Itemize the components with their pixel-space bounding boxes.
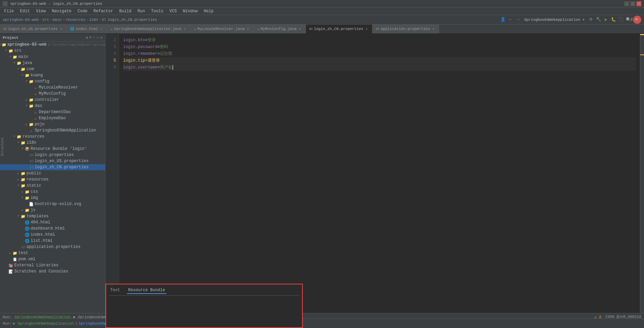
tree-item-js[interactable]: ▶📁js bbox=[0, 207, 105, 213]
tree-item-bootstrap-solid.svg[interactable]: 📄bootstrap-solid.svg bbox=[0, 201, 105, 207]
tab-Springboo03WebApplication[interactable]: ☕Springboo03WebApplication.java✕ bbox=[107, 25, 191, 33]
menu-item-build[interactable]: Build bbox=[116, 8, 134, 14]
tree-icon-img: 📁 bbox=[24, 195, 30, 201]
tab-close-application[interactable]: ✕ bbox=[431, 27, 435, 31]
menu-item-code[interactable]: Code bbox=[75, 8, 90, 14]
breadcrumb-main[interactable]: main bbox=[53, 18, 62, 22]
menu-item-window[interactable]: Window bbox=[180, 8, 200, 14]
tree-item-Springboo03WebApplication[interactable]: ☕Springboo03WebApplication bbox=[0, 127, 105, 134]
tab-icon-login_en_US: 🏷 bbox=[3, 27, 7, 31]
sidebar-settings-icon[interactable]: ⋯ bbox=[97, 35, 99, 40]
tab-close-index.html[interactable]: ✕ bbox=[99, 27, 103, 31]
tree-item-login_zh_CN.properties[interactable]: 🏷login_zh_CN.properties bbox=[0, 164, 105, 170]
menu-item-refactor[interactable]: Refactor bbox=[91, 8, 116, 14]
run-app-bottom[interactable]: ▶ Springboo03WebApplication bbox=[13, 321, 73, 326]
project-dropdown[interactable]: Springboo03WebApplication ▾ bbox=[524, 17, 585, 22]
bottom-tab-resource-bundle[interactable]: Resource Bundle bbox=[127, 287, 166, 294]
tree-item-dashboard.html[interactable]: 🌐dashboard.html bbox=[0, 225, 105, 232]
sidebar-sort-icon[interactable]: ↕ bbox=[93, 35, 95, 40]
tree-item-templates[interactable]: ▼📁templates bbox=[0, 213, 105, 219]
tree-item-root[interactable]: ▼ 📁 springboo-03-web D:\project\springbo… bbox=[0, 42, 105, 48]
structure-label[interactable]: Structure bbox=[0, 136, 5, 157]
tree-item-pom.xml[interactable]: 📋pom.xml bbox=[0, 256, 105, 262]
tree-item-kuang[interactable]: ▼📁kuang bbox=[0, 72, 105, 78]
code-line-5: login.username=用户名 bbox=[123, 64, 636, 71]
tree-icon-index.html: 🌐 bbox=[24, 232, 30, 237]
tree-item-MyMvcConfig[interactable]: ☕MyMvcConfig bbox=[0, 91, 105, 97]
tree-item-login_en_US.properties[interactable]: 🏷login_en_US.properties bbox=[0, 158, 105, 164]
tree-item-application.properties[interactable]: 🏷application.properties bbox=[0, 244, 105, 250]
tab-login_en_US[interactable]: 🏷login_en_US.properties✕ bbox=[0, 25, 67, 33]
tree-item-login.properties[interactable]: 🏷login.properties bbox=[0, 152, 105, 158]
menu-item-edit[interactable]: Edit bbox=[17, 8, 33, 14]
tree-item-404.html[interactable]: 🌐404.html bbox=[0, 219, 105, 225]
tab-application[interactable]: 🏷application.properties✕ bbox=[373, 25, 439, 33]
tree-item-static[interactable]: ▼📁static bbox=[0, 183, 105, 189]
tab-close-MyLocaleResolver[interactable]: ✕ bbox=[246, 27, 250, 31]
tree-item-index.html[interactable]: 🌐index.html bbox=[0, 232, 105, 238]
breadcrumb-project[interactable]: springboo-03-web bbox=[3, 18, 39, 22]
tree-item-public[interactable]: ▶📁public bbox=[0, 170, 105, 176]
tree-item-pojo[interactable]: ▶📁pojo bbox=[0, 121, 105, 127]
tree-item-css[interactable]: ▶📁css bbox=[0, 189, 105, 195]
forward-icon[interactable]: → bbox=[515, 17, 521, 22]
breadcrumb-i18n[interactable]: i18n bbox=[89, 18, 98, 22]
tree-item-controller[interactable]: ▶📁controller bbox=[0, 97, 105, 103]
bottom-panel: Text Resource Bundle bbox=[105, 284, 303, 328]
breadcrumb-resources[interactable]: resources bbox=[65, 18, 85, 22]
menu-item-vcs[interactable]: VCS bbox=[167, 8, 180, 14]
tree-item-scratches[interactable]: 📝Scratches and Consoles bbox=[0, 268, 105, 275]
tree-item-EmployeeDao[interactable]: ☕EmployeeDao bbox=[0, 115, 105, 121]
tree-item-resources[interactable]: ▼📁resources bbox=[0, 134, 105, 140]
tree-item-main[interactable]: ▼📁main bbox=[0, 54, 105, 60]
menu-item-help[interactable]: Help bbox=[201, 8, 216, 14]
tree-label-templates: templates bbox=[27, 214, 49, 219]
tree-item-list.html[interactable]: 🌐list.html bbox=[0, 238, 105, 244]
close-button[interactable]: ✕ bbox=[637, 1, 641, 6]
tree-item-test[interactable]: ▶📁test bbox=[0, 250, 105, 256]
tab-MyMvcConfig[interactable]: ☕MyMvcConfig.java✕ bbox=[254, 25, 306, 33]
tree-arrow-resources2: ▶ bbox=[16, 178, 20, 182]
tab-close-login_zh_CN[interactable]: ✕ bbox=[365, 27, 369, 31]
user-icon[interactable]: 👤 bbox=[500, 17, 506, 22]
tab-login_zh_CN[interactable]: 🏷login_zh_CN.properties✕ bbox=[306, 25, 373, 33]
tab-MyLocaleResolver[interactable]: ☕MyLocaleResolver.java✕ bbox=[191, 25, 254, 33]
menu-item-tools[interactable]: Tools bbox=[148, 8, 166, 14]
bottom-tab-text[interactable]: Text bbox=[109, 287, 121, 294]
tree-item-java[interactable]: ▼📁java bbox=[0, 60, 105, 66]
tree-item-src[interactable]: ▼📁src bbox=[0, 48, 105, 54]
sidebar-close-icon[interactable]: ✕ bbox=[100, 35, 102, 40]
tab-close-login_en_US[interactable]: ✕ bbox=[59, 27, 63, 31]
menu-item-file[interactable]: File bbox=[1, 8, 17, 14]
tree-arrow-com: ▼ bbox=[16, 67, 20, 71]
tree-item-config[interactable]: ▼📁config bbox=[0, 78, 105, 84]
tree-label-application.properties: application.properties bbox=[27, 245, 80, 249]
refresh-icon[interactable]: ⟳ bbox=[588, 17, 594, 22]
menu-item-view[interactable]: View bbox=[33, 8, 49, 14]
tree-item-external_libraries[interactable]: 📚External Libraries bbox=[0, 262, 105, 268]
tree-item-i18n[interactable]: ▼📁i18n bbox=[0, 140, 105, 146]
minimize-button[interactable]: − bbox=[624, 1, 629, 6]
tree-item-MyLocaleResolver[interactable]: ☕MyLocaleResolver bbox=[0, 84, 105, 91]
menu-item-run[interactable]: Run bbox=[135, 8, 148, 14]
tree-item-resource_bundle_login[interactable]: ▼📦Resource Bundle 'login' bbox=[0, 146, 105, 152]
tab-index.html[interactable]: 🌐index.html✕ bbox=[67, 25, 107, 33]
sidebar-collapse-icon[interactable]: ≡ bbox=[89, 35, 92, 40]
tree-item-img[interactable]: ▼📁img bbox=[0, 195, 105, 201]
breadcrumb-src[interactable]: src bbox=[42, 18, 49, 22]
run-icon[interactable]: ▶ bbox=[603, 17, 609, 22]
back-icon[interactable]: ← bbox=[508, 17, 513, 22]
tab-close-Springboo03WebApplication[interactable]: ✕ bbox=[183, 27, 187, 31]
tree-item-DepartmentDao[interactable]: ☕DepartmentDao bbox=[0, 109, 105, 115]
tree-item-com[interactable]: ▼📁com bbox=[0, 66, 105, 72]
code-editor[interactable]: login.btn=登录 login.password=密码 login.rem… bbox=[119, 34, 640, 321]
debug-icon[interactable]: 🐛 bbox=[611, 17, 616, 22]
tab-close-MyMvcConfig[interactable]: ✕ bbox=[298, 27, 302, 31]
build-icon[interactable]: 🔨 bbox=[596, 17, 601, 22]
tree-item-dao[interactable]: ▼📁dao bbox=[0, 103, 105, 109]
menu-item-navigate[interactable]: Navigate bbox=[49, 8, 74, 14]
maximize-button[interactable]: □ bbox=[630, 1, 635, 6]
sidebar-gear-icon[interactable]: ⚙ bbox=[86, 35, 88, 40]
stop-icon[interactable]: ⬛ bbox=[618, 17, 624, 22]
tree-item-resources2[interactable]: ▶📁resources bbox=[0, 176, 105, 183]
